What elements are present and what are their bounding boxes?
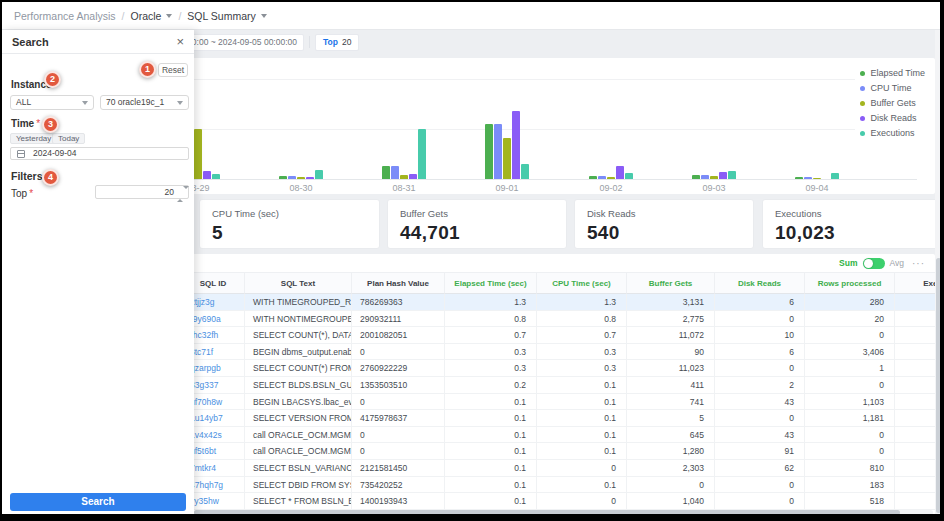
vertical-scrollbar-thumb[interactable] (936, 258, 941, 513)
reset-button[interactable]: Reset (158, 63, 188, 77)
more-menu-icon[interactable]: ··· (912, 258, 925, 269)
filters-section-label: Filters (11, 170, 43, 182)
bar-disk-reads (616, 166, 624, 179)
metric-card-label: CPU Time (sec) (212, 208, 367, 219)
date-input[interactable]: 2024-09-04 (10, 147, 189, 160)
table-cell: 810 (805, 460, 895, 477)
breadcrumb-page-label: SQL Summary (187, 10, 255, 22)
x-axis-tick-label: 09-02 (586, 183, 636, 193)
table-cell: 0 (352, 394, 445, 411)
table-cell: 0 (537, 460, 627, 477)
close-icon[interactable]: × (176, 35, 184, 48)
column-header[interactable]: Disk Reads (715, 272, 805, 294)
top-number-input[interactable]: 20 (95, 185, 189, 199)
table-cell: 1,103 (805, 394, 895, 411)
bar-buffer-gets (400, 175, 408, 179)
bar-executions (418, 129, 426, 179)
yesterday-button[interactable]: Yesterday (10, 133, 57, 144)
table-cell: 0.3 (537, 344, 627, 361)
metric-card-buffer-gets: Buffer Gets44,701 (387, 199, 567, 249)
x-axis-tick-label: 09-03 (689, 183, 739, 193)
legend-label: Buffer Gets (870, 98, 915, 108)
table-cell: 3,131 (627, 294, 715, 311)
column-header[interactable]: Buffer Gets (627, 272, 715, 294)
column-header[interactable]: CPU Time (sec) (537, 272, 627, 294)
table-cell: SELECT COUNT(*) FROM SYS... (245, 360, 352, 377)
avg-toggle-label: Avg (890, 258, 905, 268)
number-stepper[interactable] (177, 188, 185, 198)
table-toolbar: Sum Avg ··· (839, 254, 925, 272)
table-cell: SELECT COUNT(*), DATA_TYP.. (245, 327, 352, 344)
table-cell: 0.1 (445, 493, 537, 510)
table-cell: 518 (805, 493, 895, 510)
top-field-label: Top* (11, 188, 33, 199)
instance-select-db[interactable]: 70 oracle19c_1 (100, 95, 189, 110)
legend-item-executions[interactable]: Executions (860, 128, 925, 138)
table-cell: 0 (715, 493, 805, 510)
column-header[interactable]: Rows processed (805, 272, 895, 294)
table-cell: 3,406 (805, 344, 895, 361)
table-cell: 0 (805, 327, 895, 344)
annotation-badge-1: 1 (139, 61, 156, 78)
bar-chart-plot: 08-2908-3008-3109-0109-0209-0309-04 (182, 58, 935, 194)
legend-item-buffer-gets[interactable]: Buffer Gets (860, 98, 925, 108)
sql-summary-table: SQL IDSQL TextPlan Hash ValueElapsed Tim… (182, 272, 935, 510)
table-cell: SELECT * FROM BSLN_BASEL.. (245, 493, 352, 510)
bar-cpu-time (391, 166, 399, 179)
table-cell: 183 (805, 477, 895, 494)
table-cell (895, 443, 935, 460)
table-cell: 645 (627, 427, 715, 444)
table-cell: 0 (352, 344, 445, 361)
table-cell: 0.3 (445, 344, 537, 361)
table-cell: 0 (805, 427, 895, 444)
legend-item-cpu-time[interactable]: CPU Time (860, 83, 925, 93)
metric-card-executions: Executions10,023 (762, 199, 940, 249)
search-button[interactable]: Search (10, 493, 186, 511)
table-cell: 2121581450 (352, 460, 445, 477)
instance-select-all[interactable]: ALL (10, 95, 94, 110)
bar-buffer-gets (503, 138, 511, 179)
bar-elapsed-time (382, 166, 390, 179)
table-cell: 0.8 (537, 311, 627, 328)
breadcrumb-root: Performance Analysis (14, 10, 116, 22)
horizontal-scrollbar-thumb[interactable] (194, 510, 900, 515)
table-cell: 6 (715, 294, 805, 311)
table-cell: 0.8 (445, 311, 537, 328)
bar-elapsed-time (279, 176, 287, 179)
sum-toggle-label: Sum (839, 258, 857, 268)
table-cell: 786269363 (352, 294, 445, 311)
table-cell: 2001082051 (352, 327, 445, 344)
breadcrumb-page-dropdown[interactable]: SQL Summary (187, 10, 266, 22)
breadcrumb-separator: / (178, 10, 181, 22)
bar-buffer-gets (710, 176, 718, 179)
chevron-down-icon (177, 101, 183, 105)
today-button[interactable]: Today (52, 133, 85, 144)
legend-dot-icon (860, 86, 865, 91)
legend-dot-icon (860, 101, 865, 106)
horizontal-scrollbar (194, 510, 933, 515)
x-axis-tick-label: 08-30 (276, 183, 326, 193)
table-cell: 1 (805, 360, 895, 377)
column-header[interactable]: Executions (895, 272, 935, 294)
column-header[interactable]: Elapsed Time (sec) (445, 272, 537, 294)
metric-card-label: Buffer Gets (400, 208, 554, 219)
bar-disk-reads (409, 174, 417, 179)
column-header[interactable]: SQL Text (245, 272, 352, 294)
table-cell: 0.2 (445, 377, 537, 394)
table-cell: 1,181 (805, 410, 895, 427)
sum-avg-toggle[interactable] (863, 258, 885, 269)
column-header[interactable]: Plan Hash Value (352, 272, 445, 294)
table-cell: 62 (715, 460, 805, 477)
bar-elapsed-time (485, 124, 493, 179)
sql-summary-table-card: Sum Avg ··· SQL IDSQL TextPlan Hash Valu… (182, 254, 935, 516)
table-cell: 0 (715, 311, 805, 328)
table-cell: 0 (537, 493, 627, 510)
table-cell: 0.3 (445, 360, 537, 377)
instance-select-all-value: ALL (16, 97, 31, 107)
table-cell (895, 427, 935, 444)
legend-item-elapsed-time[interactable]: Elapsed Time (860, 68, 925, 78)
legend-item-disk-reads[interactable]: Disk Reads (860, 113, 925, 123)
calendar-icon (17, 150, 25, 158)
vertical-scrollbar (935, 30, 942, 516)
breadcrumb-db-dropdown[interactable]: Oracle (130, 10, 172, 22)
